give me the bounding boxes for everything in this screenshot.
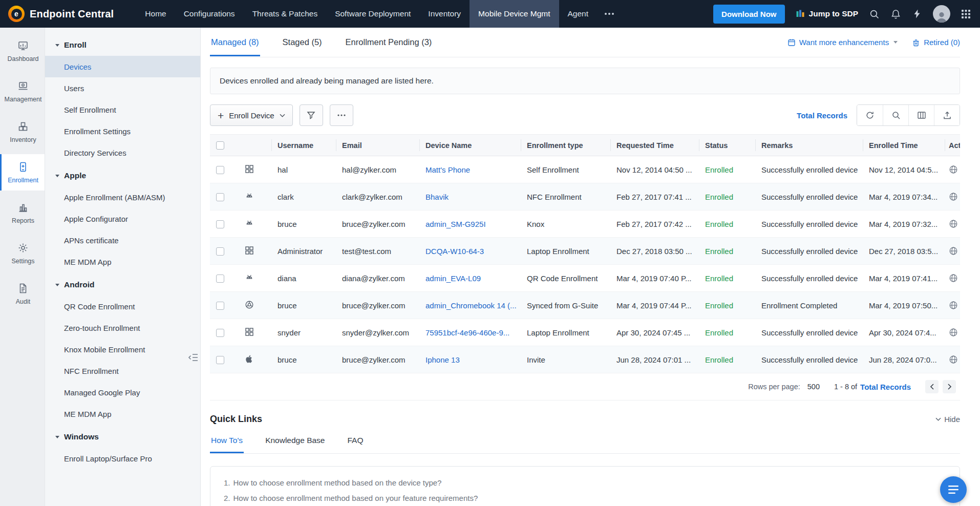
- next-page-button[interactable]: [943, 380, 956, 393]
- hide-quick-links-button[interactable]: Hide: [935, 415, 960, 424]
- row-action-icon[interactable]: [949, 355, 960, 364]
- rail-item-dashboard[interactable]: Dashboard: [0, 33, 45, 69]
- device-name-link[interactable]: 75951bcf-4e96-460e-9...: [425, 328, 509, 337]
- sidebar-section-apple[interactable]: Apple: [45, 163, 200, 186]
- refresh-icon[interactable]: [857, 105, 883, 125]
- search-icon[interactable]: [869, 9, 880, 19]
- nav-item-agent[interactable]: Agent: [559, 0, 598, 28]
- retired-link[interactable]: Retired (0): [912, 38, 960, 47]
- nav-item-home[interactable]: Home: [136, 0, 175, 28]
- brand[interactable]: e Endpoint Central: [0, 6, 121, 22]
- table-row[interactable]: bruce bruce@zylker.com admin_Chromebook …: [210, 292, 960, 319]
- total-records-footer-link[interactable]: Total Records: [860, 383, 911, 391]
- sidebar-section-windows[interactable]: Windows: [45, 425, 200, 448]
- nav-item-inventory[interactable]: Inventory: [419, 0, 470, 28]
- notifications-icon[interactable]: [890, 9, 901, 19]
- col-header-enrolled-time[interactable]: Enrolled Time: [863, 135, 945, 156]
- device-name-link[interactable]: admin_EVA-L09: [425, 274, 481, 283]
- rail-item-enrollment[interactable]: Enrollment: [0, 154, 45, 191]
- row-action-icon[interactable]: [949, 301, 960, 310]
- sidebar-item-apns-certificate[interactable]: APNs certificate: [45, 229, 200, 251]
- rail-item-settings[interactable]: Settings: [0, 235, 45, 271]
- sidebar-item-me-mdm-app-android[interactable]: ME MDM App: [45, 403, 200, 425]
- rail-item-inventory[interactable]: Inventory: [0, 114, 45, 150]
- table-row[interactable]: hal hal@zylker.com Matt's Phone Self Enr…: [210, 156, 960, 183]
- want-more-enhancements-link[interactable]: Want more enhancements: [787, 38, 898, 47]
- table-row[interactable]: snyder snyder@zylker.com 75951bcf-4e96-4…: [210, 319, 960, 346]
- avatar[interactable]: [933, 5, 950, 23]
- col-header-enrollment-type[interactable]: Enrollment type: [521, 135, 610, 156]
- table-row[interactable]: bruce bruce@zylker.com admin_SM-G925I Kn…: [210, 210, 960, 238]
- table-row[interactable]: bruce bruce@zylker.com Iphone 13 Invite …: [210, 346, 960, 373]
- sidebar-item-apple-configurator[interactable]: Apple Configurator: [45, 208, 200, 229]
- device-name-link[interactable]: DCQA-W10-64-3: [425, 247, 484, 256]
- table-row[interactable]: Administrator test@test.com DCQA-W10-64-…: [210, 238, 960, 265]
- nav-item-threats-patches[interactable]: Threats & Patches: [244, 0, 327, 28]
- sidebar-item-knox-mobile-enrollment[interactable]: Knox Mobile Enrollment: [45, 339, 200, 360]
- sidebar-item-enroll-laptop-surface-pro[interactable]: Enroll Laptop/Surface Pro: [45, 448, 200, 469]
- sidebar-item-apple-enrollment[interactable]: Apple Enrollment (ABM/ASM): [45, 186, 200, 208]
- sidebar-item-devices[interactable]: Devices: [45, 56, 200, 77]
- col-header-action[interactable]: Action: [945, 135, 960, 156]
- col-header-status[interactable]: Status: [699, 135, 755, 156]
- more-actions-button[interactable]: [330, 104, 353, 126]
- quick-actions-icon[interactable]: [912, 9, 922, 19]
- quick-link-item[interactable]: 2.How to choose enrollment method based …: [224, 490, 946, 505]
- sidebar-item-directory-services[interactable]: Directory Services: [45, 142, 200, 163]
- prev-page-button[interactable]: [925, 380, 939, 393]
- row-checkbox[interactable]: [216, 193, 224, 201]
- row-checkbox[interactable]: [216, 220, 224, 228]
- search-icon[interactable]: [883, 105, 908, 125]
- sidebar-item-enrollment-settings[interactable]: Enrollment Settings: [45, 120, 200, 142]
- row-action-icon[interactable]: [949, 328, 960, 337]
- sidebar-section-enroll[interactable]: Enroll: [45, 33, 200, 56]
- col-header-device-name[interactable]: Device Name: [419, 135, 521, 156]
- jump-to-sdp-button[interactable]: Jump to SDP: [796, 9, 858, 18]
- rail-item-audit[interactable]: Audit: [0, 276, 45, 312]
- device-name-link[interactable]: admin_SM-G925I: [425, 220, 486, 228]
- export-icon[interactable]: [934, 105, 960, 125]
- row-checkbox[interactable]: [216, 166, 224, 174]
- column-chooser-icon[interactable]: [908, 105, 934, 125]
- filter-button[interactable]: [300, 104, 323, 126]
- tab-knowledge-base[interactable]: Knowledge Base: [264, 431, 326, 453]
- sidebar-section-android[interactable]: Android: [45, 272, 200, 296]
- col-header-email[interactable]: Email: [336, 135, 419, 156]
- total-records-link[interactable]: Total Records: [797, 111, 847, 120]
- device-name-link[interactable]: Bhavik: [425, 193, 449, 201]
- rail-item-management[interactable]: Management: [0, 73, 45, 110]
- table-row[interactable]: clark clark@zylker.com Bhavik NFC Enroll…: [210, 183, 960, 210]
- table-row[interactable]: diana diana@zylker.com admin_EVA-L09 QR …: [210, 265, 960, 292]
- row-checkbox[interactable]: [216, 247, 224, 256]
- sidebar-item-users[interactable]: Users: [45, 77, 200, 99]
- row-action-icon[interactable]: [949, 165, 960, 174]
- nav-more-button[interactable]: [597, 0, 622, 28]
- device-name-link[interactable]: Matt's Phone: [425, 165, 470, 174]
- col-header-requested-time[interactable]: Requested Time: [610, 135, 699, 156]
- feedback-fab-button[interactable]: [940, 476, 967, 503]
- rows-per-page-select[interactable]: 500: [807, 383, 820, 391]
- sidebar-item-managed-google-play[interactable]: Managed Google Play: [45, 382, 200, 403]
- row-action-icon[interactable]: [949, 192, 960, 201]
- sidebar-item-me-mdm-app-apple[interactable]: ME MDM App: [45, 251, 200, 272]
- sidebar-item-zero-touch-enrollment[interactable]: Zero-touch Enrollment: [45, 317, 200, 339]
- row-checkbox[interactable]: [216, 302, 224, 310]
- col-header-remarks[interactable]: Remarks: [755, 135, 863, 156]
- tab-how-tos[interactable]: How To's: [210, 431, 244, 453]
- enroll-device-button[interactable]: + Enroll Device: [210, 104, 293, 126]
- row-action-icon[interactable]: [949, 273, 960, 283]
- nav-item-configurations[interactable]: Configurations: [175, 0, 244, 28]
- row-checkbox[interactable]: [216, 356, 224, 364]
- sidebar-item-nfc-enrollment[interactable]: NFC Enrollment: [45, 360, 200, 382]
- collapse-sidebar-icon[interactable]: [188, 353, 198, 362]
- quick-link-item[interactable]: 1.How to choose enrollment method based …: [224, 475, 946, 490]
- sidebar-item-self-enrollment[interactable]: Self Enrollment: [45, 99, 200, 120]
- row-checkbox[interactable]: [216, 329, 224, 337]
- tab-staged[interactable]: Staged (5): [282, 28, 323, 56]
- nav-item-software-deployment[interactable]: Software Deployment: [326, 0, 419, 28]
- nav-item-mobile-device-mgmt[interactable]: Mobile Device Mgmt: [470, 0, 559, 28]
- row-action-icon[interactable]: [949, 219, 960, 228]
- row-checkbox[interactable]: [216, 275, 224, 283]
- rail-item-reports[interactable]: Reports: [0, 195, 45, 231]
- apps-grid-icon[interactable]: [961, 9, 971, 19]
